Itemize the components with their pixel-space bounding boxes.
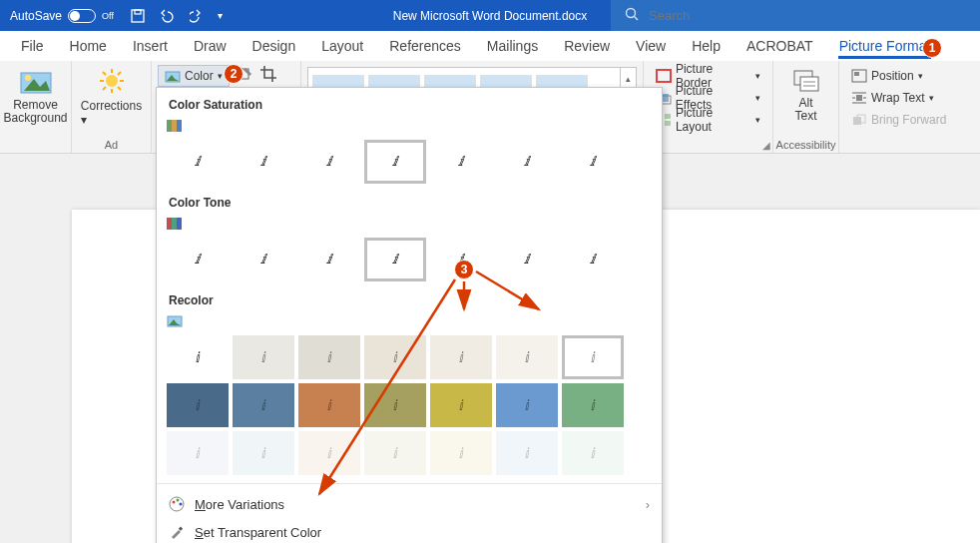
- svg-point-49: [180, 503, 183, 506]
- recolor-swatch[interactable]: ⅈ: [298, 431, 360, 475]
- tab-review[interactable]: Review: [551, 31, 623, 61]
- remove-background-button[interactable]: Remove Background: [0, 65, 72, 127]
- svg-rect-43: [177, 218, 182, 230]
- adjust-group-label: Ad: [105, 139, 118, 153]
- recolor-swatch[interactable]: ⅈ: [364, 335, 426, 379]
- recolor-swatch[interactable]: ⅈ: [562, 383, 624, 427]
- svg-rect-30: [854, 72, 859, 76]
- tab-mailings[interactable]: Mailings: [474, 31, 551, 61]
- saturation-row: ⅈ ⅈ ⅈ ⅈ ⅈ ⅈ ⅈ: [157, 138, 662, 186]
- tab-help[interactable]: Help: [679, 31, 734, 61]
- recolor-icon: [167, 313, 183, 327]
- svg-rect-26: [800, 77, 818, 91]
- tone-swatch[interactable]: ⅈ: [562, 238, 624, 281]
- saturation-icon: [167, 120, 183, 132]
- position-button[interactable]: Position▾: [845, 65, 952, 87]
- svg-line-14: [103, 87, 106, 90]
- svg-rect-41: [167, 218, 172, 230]
- tab-references[interactable]: References: [376, 31, 474, 61]
- saturation-swatch[interactable]: ⅈ: [298, 140, 360, 184]
- svg-line-13: [118, 87, 121, 90]
- corrections-button[interactable]: Corrections▾: [77, 65, 146, 129]
- tab-file[interactable]: File: [8, 31, 57, 61]
- undo-icon[interactable]: [158, 9, 178, 23]
- toggle-switch[interactable]: [68, 9, 96, 23]
- recolor-swatch[interactable]: ⅈ: [496, 431, 558, 475]
- recolor-swatch[interactable]: ⅈ: [298, 383, 360, 427]
- recolor-swatch[interactable]: ⅈ: [562, 431, 624, 475]
- toggle-knob: [70, 11, 80, 21]
- recolor-swatch[interactable]: ⅈ: [430, 431, 492, 475]
- recolor-swatch[interactable]: ⅈ: [430, 383, 492, 427]
- autosave-toggle[interactable]: AutoSave Off: [0, 9, 124, 23]
- svg-rect-0: [132, 10, 144, 22]
- svg-rect-40: [177, 120, 182, 132]
- svg-rect-23: [665, 114, 671, 119]
- palette-icon: [169, 496, 185, 512]
- recolor-swatch[interactable]: ⅈ: [364, 431, 426, 475]
- saturation-swatch[interactable]: ⅈ: [233, 140, 294, 184]
- tab-insert[interactable]: Insert: [120, 31, 181, 61]
- recolor-swatch[interactable]: ⅈ: [496, 383, 558, 427]
- recolor-swatch[interactable]: ⅈ: [167, 383, 229, 427]
- tone-swatch[interactable]: ⅈ: [496, 238, 558, 281]
- saturation-swatch[interactable]: ⅈ: [562, 140, 624, 184]
- search-box[interactable]: [611, 0, 980, 31]
- more-variations-item[interactable]: More Variations ›: [157, 490, 662, 518]
- accessibility-group-label: Accessibility: [776, 139, 836, 153]
- recolor-swatch[interactable]: ⅈ: [496, 335, 558, 379]
- quick-access-toolbar: ▾: [124, 8, 223, 24]
- recolor-swatch[interactable]: ⅈ: [167, 335, 229, 379]
- recolor-swatch[interactable]: ⅈ: [233, 383, 294, 427]
- saturation-swatch[interactable]: ⅈ: [167, 140, 229, 184]
- recolor-swatch[interactable]: ⅈ: [233, 335, 294, 379]
- redo-icon[interactable]: [190, 9, 206, 23]
- corrections-label: Corrections▾: [81, 99, 142, 127]
- saturation-swatch[interactable]: ⅈ: [430, 140, 492, 184]
- saturation-swatch-selected[interactable]: ⅈ: [364, 140, 426, 184]
- tone-row: ⅈ ⅈ ⅈ ⅈ ⅈ ⅈ ⅈ: [157, 236, 662, 283]
- group-label-placeholder: [34, 139, 37, 153]
- recolor-swatch[interactable]: ⅈ: [562, 335, 624, 379]
- styles-launcher-icon[interactable]: ◢: [762, 140, 770, 151]
- qat-dropdown-icon[interactable]: ▾: [218, 10, 223, 21]
- autosave-label: AutoSave: [10, 9, 62, 23]
- tone-swatch[interactable]: ⅈ: [167, 238, 229, 281]
- tone-swatch[interactable]: ⅈ: [298, 238, 360, 281]
- callout-1: 1: [922, 38, 942, 58]
- bring-forward-button: Bring Forward: [845, 109, 952, 131]
- tone-swatch[interactable]: ⅈ: [233, 238, 294, 281]
- recolor-swatch[interactable]: ⅈ: [233, 431, 294, 475]
- svg-point-7: [106, 75, 118, 87]
- alt-text-button[interactable]: Alt Text: [788, 65, 824, 125]
- svg-rect-50: [179, 527, 183, 531]
- tab-acrobat[interactable]: ACROBAT: [734, 31, 826, 61]
- remove-background-label: Remove Background: [3, 99, 67, 125]
- svg-line-12: [103, 72, 106, 75]
- saturation-swatch[interactable]: ⅈ: [496, 140, 558, 184]
- recolor-swatch[interactable]: ⅈ: [364, 383, 426, 427]
- recolor-swatch[interactable]: ⅈ: [167, 431, 229, 475]
- recolor-swatch[interactable]: ⅈ: [298, 335, 360, 379]
- color-label: Color: [185, 69, 214, 83]
- tab-design[interactable]: Design: [240, 31, 309, 61]
- recolor-swatch[interactable]: ⅈ: [430, 335, 492, 379]
- svg-rect-42: [172, 218, 177, 230]
- recolor-title: Recolor: [157, 283, 662, 311]
- save-icon[interactable]: [130, 8, 146, 24]
- set-transparent-color-item[interactable]: Set Transparent Color: [157, 518, 662, 543]
- color-dropdown-button[interactable]: Color ▾: [158, 65, 230, 87]
- tab-layout[interactable]: Layout: [308, 31, 376, 61]
- tone-swatch-selected[interactable]: ⅈ: [364, 238, 426, 281]
- tab-view[interactable]: View: [623, 31, 679, 61]
- svg-line-3: [635, 17, 639, 21]
- search-input[interactable]: [649, 8, 966, 23]
- crop-icon[interactable]: [259, 65, 277, 87]
- tab-home[interactable]: Home: [57, 31, 120, 61]
- picture-layout-button[interactable]: Picture Layout▾: [650, 109, 766, 131]
- svg-rect-24: [665, 121, 671, 126]
- wrap-text-button[interactable]: Wrap Text▾: [845, 87, 952, 109]
- tone-title: Color Tone: [157, 186, 662, 214]
- svg-line-15: [118, 72, 121, 75]
- tab-draw[interactable]: Draw: [181, 31, 240, 61]
